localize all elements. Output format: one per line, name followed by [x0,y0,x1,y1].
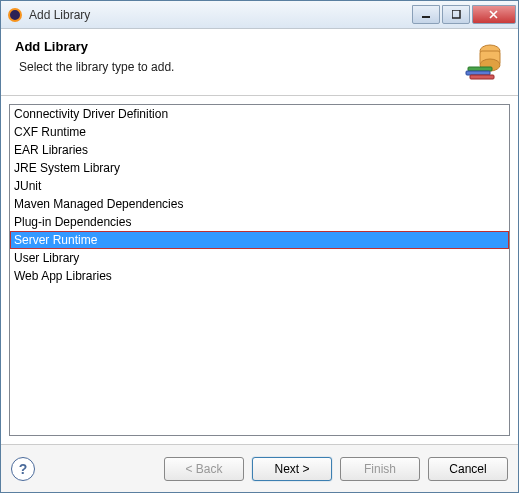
list-item[interactable]: JUnit [10,177,509,195]
window-title: Add Library [29,8,410,22]
svg-rect-6 [468,67,492,71]
list-item[interactable]: CXF Runtime [10,123,509,141]
list-item[interactable]: Web App Libraries [10,267,509,285]
eclipse-icon [7,7,23,23]
library-icon [462,39,504,81]
svg-rect-7 [466,71,490,75]
library-type-list[interactable]: Connectivity Driver DefinitionCXF Runtim… [9,104,510,436]
content-area: Connectivity Driver DefinitionCXF Runtim… [1,96,518,444]
next-button[interactable]: Next > [252,457,332,481]
maximize-button[interactable] [442,5,470,24]
svg-rect-2 [452,10,460,18]
cancel-button[interactable]: Cancel [428,457,508,481]
window-controls [410,5,516,24]
help-button[interactable]: ? [11,457,35,481]
minimize-button[interactable] [412,5,440,24]
list-item[interactable]: Server Runtime [10,231,509,249]
list-item[interactable]: Connectivity Driver Definition [10,105,509,123]
list-item[interactable]: EAR Libraries [10,141,509,159]
svg-rect-1 [422,16,430,18]
page-title: Add Library [15,39,462,54]
wizard-header: Add Library Select the library type to a… [1,29,518,96]
dialog-window: Add Library Add Library Select the libra… [0,0,519,493]
finish-button[interactable]: Finish [340,457,420,481]
titlebar[interactable]: Add Library [1,1,518,29]
button-bar: ? < Back Next > Finish Cancel [1,444,518,492]
svg-point-0 [9,9,21,21]
list-item[interactable]: User Library [10,249,509,267]
list-item[interactable]: Maven Managed Dependencies [10,195,509,213]
back-button[interactable]: < Back [164,457,244,481]
close-button[interactable] [472,5,516,24]
page-description: Select the library type to add. [19,60,462,74]
list-item[interactable]: JRE System Library [10,159,509,177]
list-item[interactable]: Plug-in Dependencies [10,213,509,231]
svg-rect-8 [470,75,494,79]
